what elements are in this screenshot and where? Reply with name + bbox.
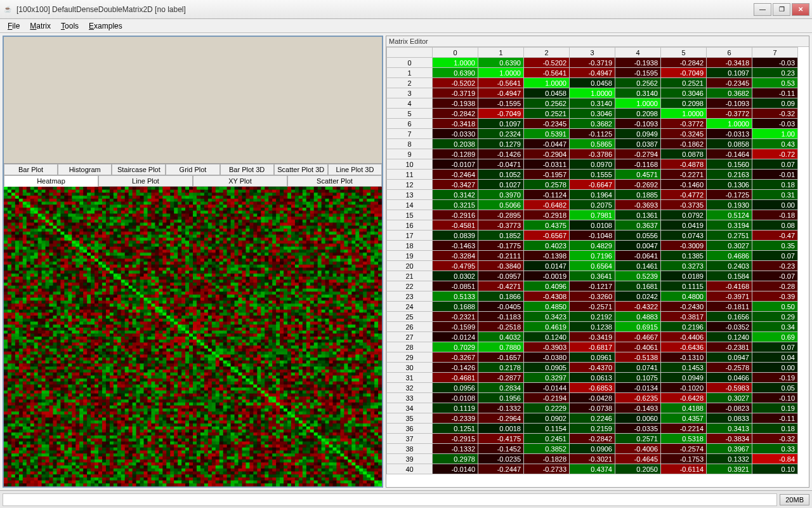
cell[interactable]: 0.1097 [707, 68, 752, 78]
cell[interactable]: -0.0823 [707, 403, 752, 413]
row-header[interactable]: 21 [387, 271, 433, 281]
table-row[interactable]: 80.20380.1279-0.04470.58650.0387-0.18620… [387, 139, 798, 149]
cell[interactable]: 0.6390 [478, 58, 524, 68]
cell[interactable]: 0.3637 [615, 220, 661, 231]
cell[interactable]: 0.2521 [661, 78, 707, 88]
cell[interactable]: -0.1426 [478, 149, 524, 159]
cell[interactable]: 1.0000 [661, 109, 707, 119]
cell[interactable]: 0.3273 [661, 261, 707, 271]
table-row[interactable]: 38-0.1332-0.14520.38520.0906-0.4006-0.25… [387, 444, 798, 454]
cell[interactable]: 0.2562 [615, 78, 661, 88]
cell[interactable]: 0.2451 [524, 434, 570, 444]
cell[interactable]: -0.1332 [433, 444, 478, 454]
cell[interactable]: -0.1464 [707, 149, 752, 159]
cell[interactable]: -0.3903 [524, 342, 570, 352]
cell[interactable]: 0.43 [752, 139, 798, 149]
cell[interactable]: 0.0613 [570, 373, 615, 383]
cell[interactable]: 0.0947 [707, 352, 752, 363]
close-button[interactable]: ✕ [792, 3, 809, 16]
cell[interactable]: -0.03 [752, 58, 798, 68]
cell[interactable]: -0.3773 [478, 220, 524, 231]
cell[interactable]: -0.2194 [524, 393, 570, 403]
cell[interactable]: -0.7049 [661, 68, 707, 78]
cell[interactable]: -0.1289 [433, 149, 478, 159]
cell[interactable]: -0.2321 [433, 312, 478, 322]
table-row[interactable]: 35-0.2339-0.29640.09020.22460.00600.4357… [387, 413, 798, 424]
cell[interactable]: 0.10 [752, 464, 798, 474]
cell[interactable]: 0.0949 [661, 373, 707, 383]
table-row[interactable]: 7-0.03300.23240.5391-0.11250.0949-0.3245… [387, 129, 798, 139]
cell[interactable]: 0.50 [752, 302, 798, 312]
cell[interactable]: -0.1217 [570, 281, 615, 291]
cell[interactable]: 0.4096 [524, 281, 570, 291]
cell[interactable]: 0.0741 [615, 363, 661, 373]
cell[interactable]: 0.6915 [615, 322, 661, 332]
cell[interactable]: -0.0641 [615, 251, 661, 261]
cell[interactable]: 0.1027 [478, 180, 524, 190]
table-row[interactable]: 01.00000.6390-0.5202-0.3719-0.1938-0.284… [387, 58, 798, 68]
cell[interactable]: -0.1493 [615, 403, 661, 413]
cell[interactable]: 0.0858 [707, 139, 752, 149]
cell[interactable]: 0.3046 [570, 109, 615, 119]
cell[interactable]: -0.2877 [478, 373, 524, 383]
cell[interactable]: -0.32 [752, 434, 798, 444]
row-header[interactable]: 8 [387, 139, 433, 149]
cell[interactable]: -0.1753 [661, 454, 707, 464]
cell[interactable]: -0.1595 [615, 68, 661, 78]
cell[interactable]: 0.1681 [615, 281, 661, 291]
cell[interactable]: -0.1452 [478, 444, 524, 454]
cell[interactable]: -0.0134 [615, 383, 661, 393]
cell[interactable]: 0.1240 [707, 332, 752, 342]
cell[interactable]: 0.2050 [615, 464, 661, 474]
cell[interactable]: -0.2574 [661, 444, 707, 454]
cell[interactable]: 0.0970 [570, 159, 615, 170]
table-row[interactable]: 19-0.3284-0.2111-0.13980.7196-0.06410.13… [387, 251, 798, 261]
cell[interactable]: -0.6428 [661, 393, 707, 403]
cell[interactable]: -0.2916 [433, 210, 478, 220]
cell[interactable]: -0.2842 [661, 58, 707, 68]
cell[interactable]: 1.0000 [707, 119, 752, 129]
row-header[interactable]: 33 [387, 393, 433, 403]
cell[interactable]: 0.05 [752, 383, 798, 393]
cell[interactable]: -0.4271 [478, 281, 524, 291]
cell[interactable]: -0.2692 [615, 180, 661, 190]
minimize-button[interactable]: — [754, 3, 771, 16]
table-row[interactable]: 10-0.0107-0.0471-0.03110.0970-0.1168-0.4… [387, 159, 798, 170]
cell[interactable]: 0.0060 [615, 413, 661, 424]
cell[interactable]: -0.4947 [478, 88, 524, 98]
cell[interactable]: 0.2403 [707, 261, 752, 271]
cell[interactable]: 0.1555 [570, 170, 615, 180]
cell[interactable]: -0.0738 [570, 403, 615, 413]
cell[interactable]: 0.1956 [478, 393, 524, 403]
cell[interactable]: -0.2842 [570, 434, 615, 444]
row-header[interactable]: 19 [387, 251, 433, 261]
cell[interactable]: -0.3772 [661, 119, 707, 129]
cell[interactable]: -0.3427 [433, 180, 478, 190]
cell[interactable]: -0.1426 [433, 363, 478, 373]
row-header[interactable]: 29 [387, 352, 433, 363]
cell[interactable]: -0.1398 [524, 251, 570, 261]
cell[interactable]: -0.3284 [433, 251, 478, 261]
cell[interactable]: 0.4188 [661, 403, 707, 413]
cell[interactable]: -0.2915 [433, 434, 478, 444]
menu-examples[interactable]: Examples [85, 20, 126, 32]
table-row[interactable]: 22-0.0851-0.42710.4096-0.12170.16810.111… [387, 281, 798, 291]
cell[interactable]: 0.2834 [478, 383, 524, 393]
cell[interactable]: 0.4800 [661, 291, 707, 302]
cell[interactable]: -0.84 [752, 454, 798, 464]
cell[interactable]: -0.1463 [433, 241, 478, 251]
cell[interactable]: -0.5983 [707, 383, 752, 393]
cell[interactable]: 0.2978 [433, 454, 478, 464]
cell[interactable]: -0.3786 [570, 149, 615, 159]
cell[interactable]: -0.3772 [707, 109, 752, 119]
cell[interactable]: -0.2214 [661, 424, 707, 434]
cell[interactable]: 1.0000 [524, 78, 570, 88]
cell[interactable]: 0.0956 [433, 383, 478, 393]
cell[interactable]: 0.3967 [707, 444, 752, 454]
cell[interactable]: 0.0047 [615, 241, 661, 251]
cell[interactable]: 0.1075 [615, 373, 661, 383]
cell[interactable]: -0.1125 [570, 129, 615, 139]
cell[interactable]: 0.5239 [615, 271, 661, 281]
cell[interactable]: -0.4581 [433, 220, 478, 231]
cell[interactable]: -0.1811 [707, 302, 752, 312]
